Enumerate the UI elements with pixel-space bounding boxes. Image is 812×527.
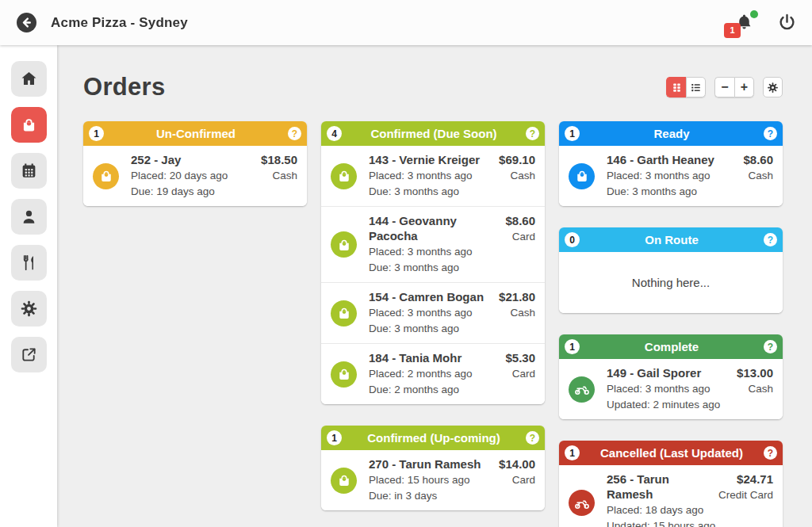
help-icon[interactable] (288, 127, 301, 140)
order-price: $8.60 (743, 152, 773, 167)
order-card[interactable]: 154 - Camren Bogan Placed: 3 months ago … (321, 282, 545, 343)
shopping-bag-icon (331, 468, 357, 494)
order-title: 154 - Camren Bogan (369, 289, 499, 304)
order-price: $18.50 (261, 152, 297, 167)
order-card[interactable]: 256 - Tarun Ramesh Placed: 18 days ago U… (559, 465, 783, 527)
help-icon[interactable] (764, 340, 777, 353)
count-badge: 1 (327, 430, 342, 445)
order-payment: Cash (261, 168, 297, 184)
panel-body: 270 - Tarun Ramesh Placed: 15 hours ago … (321, 450, 545, 510)
order-payment: Cash (743, 168, 773, 184)
calendar-icon (20, 162, 38, 180)
person-icon (20, 208, 38, 226)
order-due: Due: 2 months ago (369, 382, 505, 398)
panel-cancelled-last-updated: 1 Cancelled (Last Updated) 256 - Tarun R… (559, 441, 783, 527)
order-title: 143 - Vernie Kreiger (369, 152, 499, 167)
sidebar-item-orders[interactable] (11, 107, 47, 143)
sidebar-item-external[interactable] (11, 337, 47, 372)
panel-complete: 1 Complete 149 - Gail Sporer Placed: 3 m… (559, 334, 783, 419)
order-card[interactable]: 184 - Tania Mohr Placed: 2 months ago Du… (321, 343, 545, 404)
order-due: Due: in 3 days (369, 488, 499, 504)
count-badge: 0 (565, 232, 580, 247)
board-column: 1 Ready 146 - Garth Heaney Placed: 3 mon… (559, 121, 783, 527)
order-placed: Placed: 3 months ago (369, 305, 499, 321)
panel-on-route: 0 On Route Nothing here... (559, 227, 783, 313)
online-status-dot (750, 10, 758, 18)
count-badge: 1 (565, 339, 580, 354)
panel-confirmed-up-coming: 1 Confirmed (Up-coming) 270 - Tarun Rame… (321, 426, 545, 510)
panel-body: 143 - Vernie Kreiger Placed: 3 months ag… (321, 146, 545, 404)
order-due: Due: 3 months ago (607, 184, 743, 200)
order-due: Due: 3 months ago (369, 260, 505, 276)
sidebar-item-menu[interactable] (11, 245, 47, 281)
order-price: $5.30 (505, 350, 535, 365)
count-badge: 1 (89, 126, 104, 141)
panel-header: 1 Cancelled (Last Updated) (559, 441, 783, 465)
panel-title: Confirmed (Due Soon) (342, 127, 526, 140)
panel-title: Complete (580, 340, 764, 353)
help-icon[interactable] (526, 431, 539, 445)
help-icon[interactable] (764, 233, 777, 246)
help-icon[interactable] (526, 127, 539, 140)
panel-header: 1 Un-Confirmed (83, 121, 307, 146)
power-button[interactable] (777, 13, 798, 33)
motorcycle-icon (569, 490, 595, 516)
order-placed: Placed: 2 months ago (369, 366, 505, 382)
order-price: $13.00 (737, 365, 773, 380)
panel-body: 146 - Garth Heaney Placed: 3 months ago … (559, 146, 783, 206)
order-card[interactable]: 144 - Geovanny Pacocha Placed: 3 months … (321, 206, 545, 282)
help-icon[interactable] (764, 127, 777, 140)
shopping-bag-icon (331, 300, 357, 327)
order-card[interactable]: 146 - Garth Heaney Placed: 3 months ago … (559, 146, 783, 206)
order-title: 146 - Garth Heaney (607, 152, 743, 167)
sidebar-item-calendar[interactable] (11, 153, 47, 189)
order-card[interactable]: 252 - Jay Placed: 20 days ago Due: 19 da… (83, 146, 307, 206)
order-payment: Cash (499, 305, 535, 321)
shopping-bag-icon (93, 163, 119, 189)
order-placed: Placed: 20 days ago (131, 168, 261, 184)
zoom-out-button[interactable]: − (714, 77, 734, 97)
page-title: Orders (83, 73, 165, 101)
board-column: 4 Confirmed (Due Soon) 143 - Vernie Krei… (321, 121, 545, 510)
order-title: 149 - Gail Sporer (607, 365, 737, 380)
order-payment: Card (505, 229, 535, 245)
sidebar-item-home[interactable] (11, 61, 47, 97)
board-settings-button[interactable] (763, 77, 783, 97)
sidebar-item-customers[interactable] (11, 199, 47, 235)
order-due: Updated: 15 hours ago (607, 518, 718, 527)
shopping-bag-icon (20, 116, 38, 134)
list-view-button[interactable] (686, 77, 706, 97)
board-column: 1 Un-Confirmed 252 - Jay Placed: 20 days… (83, 121, 307, 206)
app-header: Acme Pizza - Sydney 1 (0, 0, 812, 45)
shopping-bag-icon (331, 231, 357, 258)
order-price: $69.10 (499, 152, 535, 167)
order-price: $21.80 (499, 289, 535, 304)
panel-body: 149 - Gail Sporer Placed: 3 months ago U… (559, 359, 783, 419)
external-link-icon (20, 346, 38, 364)
order-title: 184 - Tania Mohr (369, 350, 505, 365)
order-title: 144 - Geovanny Pacocha (369, 213, 505, 243)
panel-header: 1 Ready (559, 121, 783, 146)
order-card[interactable]: 270 - Tarun Ramesh Placed: 15 hours ago … (321, 450, 545, 510)
panel-body: Nothing here... (559, 252, 783, 313)
grid-view-button[interactable] (666, 77, 686, 97)
order-payment: Cash (499, 168, 535, 184)
notifications-button[interactable]: 1 (734, 12, 755, 34)
gear-icon (767, 82, 779, 94)
help-icon[interactable] (764, 446, 777, 460)
panel-title: Un-Confirmed (104, 127, 288, 140)
shopping-bag-icon (331, 361, 357, 388)
panel-un-confirmed: 1 Un-Confirmed 252 - Jay Placed: 20 days… (83, 121, 307, 206)
count-badge: 4 (327, 126, 342, 141)
back-button[interactable] (14, 11, 38, 35)
sidebar-item-settings[interactable] (11, 291, 47, 327)
zoom-in-button[interactable]: + (734, 77, 754, 97)
main-content: Orders − + 1 Un-Confirmed 252 - Jay Plac… (57, 45, 812, 527)
order-price: $14.00 (499, 456, 535, 472)
order-card[interactable]: 149 - Gail Sporer Placed: 3 months ago U… (559, 359, 783, 419)
shopping-bag-icon (569, 163, 595, 189)
order-card[interactable]: 143 - Vernie Kreiger Placed: 3 months ag… (321, 146, 545, 206)
order-due: Due: 19 days ago (131, 184, 261, 200)
sidebar (0, 45, 57, 527)
orders-board: 1 Un-Confirmed 252 - Jay Placed: 20 days… (83, 121, 786, 527)
